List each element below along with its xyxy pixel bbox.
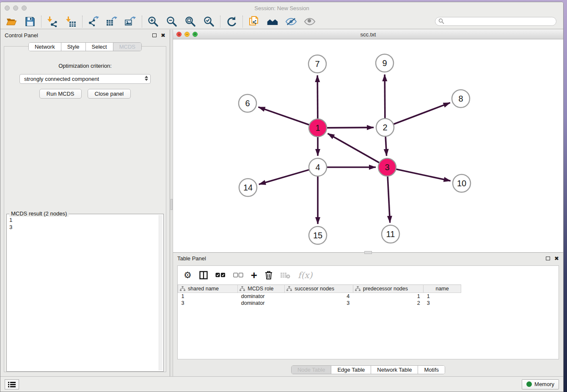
table-panel-header: Table Panel ✖ [173,253,563,264]
node-table-container: ⚙ + [177,265,559,359]
function-builder-icon[interactable]: f(x) [298,270,312,280]
tab-select[interactable]: Select [86,43,113,51]
table-row[interactable]: 1dominator411 [178,293,461,300]
table-panel-title: Table Panel [177,255,546,262]
import-network-icon[interactable] [47,16,58,27]
optimization-criterion-value: strongly connected component [24,76,99,82]
column-header-predecessor-nodes[interactable]: predecessor nodes [353,285,423,293]
cell-MCDS-role[interactable]: dominator [238,293,285,300]
import-table-icon[interactable] [65,16,77,27]
table-settings-icon[interactable]: ⚙ [184,270,192,280]
cell-predecessor-nodes[interactable]: 2 [353,300,423,306]
export-network-icon[interactable] [88,16,99,27]
column-header-MCDS-role[interactable]: MCDS role [238,285,285,293]
minimize-window-icon[interactable] [13,6,18,11]
mcds-result-scrollbar[interactable] [159,215,162,370]
network-view-window: x − + scc.txt 1234678910111415 [173,30,563,253]
tab-node-table[interactable]: Node Table [292,366,332,374]
node-label-10: 10 [457,179,466,188]
edge-3-11[interactable] [388,176,390,223]
delete-table-icon[interactable] [280,272,290,279]
memory-label: Memory [534,381,554,387]
save-session-icon[interactable] [24,16,36,27]
splitter-grip[interactable] [171,199,173,210]
edge-1-2[interactable] [327,127,374,128]
edge-2-3[interactable] [385,136,386,156]
show-graphics-details-icon[interactable] [304,16,316,27]
open-session-icon[interactable] [6,16,17,27]
window-controls[interactable] [5,6,27,11]
edge-3-10[interactable] [396,169,451,181]
mcds-tab-content: Optimization criterion: strongly connect… [4,46,166,372]
network-maximize-icon[interactable]: + [193,32,198,37]
tab-mcds[interactable]: MCDS [113,43,141,51]
cell-MCDS-role[interactable]: dominator [238,300,285,306]
network-window-titlebar[interactable]: x − + scc.txt [173,30,563,39]
zoom-in-icon[interactable] [147,16,159,27]
cell-successor-nodes[interactable]: 3 [285,300,353,306]
tab-network[interactable]: Network [29,43,61,51]
tab-style[interactable]: Style [61,43,86,51]
edge-4-14[interactable] [259,170,309,185]
column-header-shared-name[interactable]: shared name [178,285,238,293]
table-row[interactable]: 3dominator323 [178,300,461,306]
cell-name[interactable]: 1 [424,293,461,300]
search-icon [438,18,444,26]
task-history-button[interactable] [5,379,19,389]
panel-splitter[interactable] [170,30,173,376]
horizontal-splitter-grip[interactable] [364,251,372,254]
hide-graphics-details-icon[interactable] [285,16,297,27]
network-overview-icon[interactable] [267,16,278,27]
close-window-icon[interactable] [5,6,10,11]
cell-shared-name[interactable]: 3 [178,300,238,306]
edge-2-8[interactable] [394,103,450,124]
duplicate-network-icon[interactable] [248,16,260,27]
float-panel-icon[interactable] [152,33,157,37]
table-toolbar: ⚙ + [178,266,559,284]
edge-2-9[interactable] [385,75,385,119]
tab-network-table[interactable]: Network Table [371,366,418,374]
main-toolbar [0,14,563,29]
cell-shared-name[interactable]: 1 [178,293,238,300]
delete-column-icon[interactable] [265,271,272,279]
cell-predecessor-nodes[interactable]: 1 [353,293,423,300]
deselect-all-rows-icon[interactable] [233,273,243,278]
node-label-1: 1 [315,123,320,133]
mcds-result-text[interactable]: 1 3 [8,215,159,370]
network-close-icon[interactable]: x [176,32,182,37]
optimization-criterion-select[interactable]: strongly connected component [19,74,151,84]
add-column-icon[interactable]: + [251,271,257,279]
refresh-layout-icon[interactable] [226,16,237,27]
close-panel-icon[interactable]: ✖ [161,33,165,38]
zoom-selected-icon[interactable] [203,16,215,27]
export-image-icon[interactable] [125,16,137,27]
memory-button[interactable]: Memory [522,379,559,389]
edge-1-6[interactable] [258,107,309,125]
column-selector-icon[interactable] [199,271,208,279]
column-header-successor-nodes[interactable]: successor nodes [285,285,353,293]
maximize-window-icon[interactable] [22,6,27,11]
network-minimize-icon[interactable]: − [184,32,190,37]
edge-1-7[interactable] [317,75,318,119]
close-panel-button[interactable]: Close panel [88,89,131,99]
application-window: Session: New Session [0,2,564,392]
cell-successor-nodes[interactable]: 4 [285,293,353,300]
search-input[interactable] [435,17,556,26]
tab-motifs[interactable]: Motifs [418,366,445,374]
close-table-panel-icon[interactable]: ✖ [554,256,559,261]
network-graph[interactable]: 1234678910111415 [173,39,563,252]
zoom-fit-icon[interactable] [184,16,196,27]
float-table-panel-icon[interactable] [546,257,550,260]
export-table-icon[interactable] [106,16,118,27]
zoom-out-icon[interactable] [166,16,178,27]
run-mcds-button[interactable]: Run MCDS [39,89,82,99]
table-panel: Table Panel ✖ ⚙ [173,253,563,376]
select-all-rows-icon[interactable] [215,273,226,278]
edge-3-1[interactable] [328,133,379,163]
cell-name[interactable]: 3 [424,300,461,306]
network-canvas[interactable]: 1234678910111415 [173,39,563,252]
column-header-name[interactable]: name [424,285,461,293]
network-window-title: scc.txt [173,31,563,38]
node-label-14: 14 [243,183,253,192]
tab-edge-table[interactable]: Edge Table [331,366,371,374]
